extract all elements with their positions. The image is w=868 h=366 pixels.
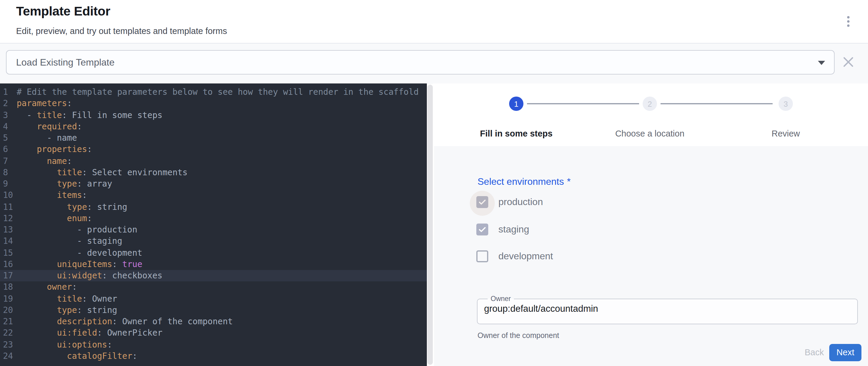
line-content: type: array	[17, 178, 112, 190]
template-editor-page: Template Editor Edit, preview, and try o…	[0, 0, 868, 366]
line-content: properties:	[17, 144, 92, 156]
code-line: 11 type: string	[0, 201, 427, 213]
resize-handle[interactable]	[428, 85, 433, 365]
line-number: 16	[0, 259, 17, 270]
step-connector	[660, 103, 773, 104]
code-line: 22 ui:field: OwnerPicker	[0, 328, 427, 339]
line-number: 22	[0, 328, 17, 339]
checkbox-option-production[interactable]: production	[476, 195, 543, 209]
environments-label: Select environments*	[477, 177, 570, 187]
code-line: 19 title: Owner	[0, 293, 427, 305]
code-line: 3 - title: Fill in some steps	[0, 110, 427, 121]
line-number: 1	[0, 86, 17, 98]
line-number: 17	[0, 270, 17, 282]
kebab-menu-icon	[847, 24, 849, 27]
checkbox-hover-halo	[470, 191, 495, 216]
line-content: uniqueItems: true	[17, 259, 143, 270]
more-options-button[interactable]	[842, 13, 854, 30]
checkbox-label[interactable]: production	[498, 197, 543, 208]
line-number: 15	[0, 247, 17, 259]
checkbox-checked-icon[interactable]	[476, 196, 488, 208]
load-template-placeholder: Load Existing Template	[16, 57, 115, 68]
load-template-select[interactable]: Load Existing Template	[6, 50, 835, 74]
code-line: 13 - production	[0, 224, 427, 236]
line-content: ui:options:	[17, 339, 112, 350]
line-content: items:	[17, 190, 87, 202]
line-content: ui:field: OwnerPicker	[17, 328, 162, 339]
close-icon[interactable]	[842, 56, 854, 68]
line-content: - development	[17, 247, 142, 259]
line-number: 20	[0, 305, 17, 316]
line-content: enum:	[17, 213, 92, 224]
line-content: ui:widget: checkboxes	[17, 270, 162, 282]
code-line: 15 - development	[0, 247, 427, 259]
code-line: 23 ui:options:	[0, 339, 427, 350]
checkbox-group: productionstagingdevelopment	[476, 195, 715, 278]
checkbox-option-staging[interactable]: staging	[476, 222, 529, 236]
step-circle-2: 2	[643, 97, 657, 111]
line-content: description: Owner of the component	[17, 316, 233, 328]
line-content: catalogFilter:	[17, 350, 137, 362]
code-line: 24 catalogFilter:	[0, 350, 427, 362]
checkbox-label[interactable]: staging	[498, 224, 529, 235]
code-line: 12 enum:	[0, 213, 427, 224]
line-number: 14	[0, 236, 17, 247]
line-content: - staging	[17, 236, 122, 247]
line-content: - production	[17, 224, 137, 236]
code-lines: 1# Edit the template parameters below to…	[0, 86, 427, 362]
line-content: type: string	[17, 305, 117, 316]
line-number: 10	[0, 190, 17, 202]
line-number: 9	[0, 178, 17, 190]
code-line: 21 description: Owner of the component	[0, 316, 427, 328]
checkbox-checked-icon[interactable]	[476, 223, 488, 235]
step-circle-1: 1	[509, 97, 523, 111]
kebab-menu-icon	[847, 17, 849, 19]
owner-helper-text: Owner of the component	[477, 331, 559, 340]
line-content: type: string	[17, 201, 127, 213]
line-content: owner:	[17, 282, 77, 293]
line-number: 11	[0, 201, 17, 213]
code-line: 16 uniqueItems: true	[0, 259, 427, 270]
line-number: 13	[0, 224, 17, 236]
line-content: - name	[17, 132, 77, 144]
line-number: 5	[0, 132, 17, 144]
code-line: 9 type: array	[0, 178, 427, 190]
line-content: title: Owner	[17, 293, 117, 305]
line-number: 12	[0, 213, 17, 224]
line-number: 19	[0, 293, 17, 305]
checkbox-label[interactable]: development	[498, 251, 553, 262]
line-number: 6	[0, 144, 17, 156]
checkbox-option-development[interactable]: development	[476, 249, 553, 264]
line-number: 18	[0, 282, 17, 293]
code-line: 1# Edit the template parameters below to…	[0, 86, 427, 98]
code-line: 20 type: string	[0, 305, 427, 316]
line-number: 3	[0, 110, 17, 121]
owner-field-value[interactable]: group:default/accountadmin	[484, 303, 857, 314]
line-number: 23	[0, 339, 17, 350]
code-line: 7 name:	[0, 155, 427, 167]
owner-field[interactable]: Owner group:default/accountadmin	[477, 295, 858, 324]
back-button[interactable]: Back	[805, 344, 824, 361]
step-label-3: Review	[720, 129, 851, 138]
line-content: name:	[17, 155, 72, 167]
chevron-down-icon	[818, 61, 825, 65]
line-content: parameters:	[17, 98, 72, 110]
step-circle-3: 3	[779, 97, 793, 111]
code-line: 2parameters:	[0, 98, 427, 110]
next-button[interactable]: Next	[829, 344, 862, 361]
line-content: # Edit the template parameters below to …	[17, 86, 419, 98]
line-number: 8	[0, 167, 17, 179]
line-number: 2	[0, 98, 17, 110]
owner-field-label: Owner	[488, 295, 514, 302]
code-line: 18 owner:	[0, 282, 427, 293]
checkbox-unchecked-icon[interactable]	[476, 250, 488, 262]
code-line: 4 required:	[0, 121, 427, 133]
check-icon	[478, 225, 487, 233]
line-number: 7	[0, 155, 17, 167]
code-line: 10 items:	[0, 190, 427, 202]
code-editor[interactable]: 1# Edit the template parameters below to…	[0, 84, 427, 366]
code-line: 14 - staging	[0, 236, 427, 247]
line-content: - title: Fill in some steps	[17, 110, 162, 121]
page-subtitle: Edit, preview, and try out templates and…	[16, 26, 227, 36]
step-connector	[527, 103, 639, 104]
